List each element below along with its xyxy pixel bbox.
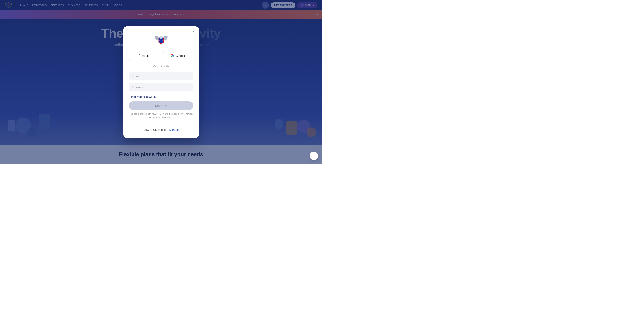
login-modal: × ★★★  bbox=[124, 26, 199, 138]
google-button-label: Google bbox=[176, 54, 185, 57]
apple-button-label: Apple bbox=[142, 54, 149, 57]
google-login-button[interactable]: Google bbox=[162, 51, 193, 60]
apple-login-button[interactable]:  Apple bbox=[129, 51, 160, 60]
recaptcha-notice: This site is protected by reCAPTCHA and … bbox=[129, 112, 193, 119]
svg-point-12 bbox=[313, 156, 314, 156]
chat-widget[interactable] bbox=[310, 152, 318, 160]
password-group bbox=[129, 83, 193, 91]
signup-link[interactable]: Sign up bbox=[169, 128, 179, 131]
divider-text: Or log in with bbox=[153, 65, 169, 68]
svg-point-14 bbox=[314, 156, 315, 156]
email-group bbox=[129, 72, 193, 80]
modal-body:  Apple Google Or log in with bbox=[124, 51, 199, 119]
svg-point-11 bbox=[160, 36, 162, 38]
google-icon bbox=[170, 54, 174, 57]
social-buttons:  Apple Google bbox=[129, 51, 193, 60]
modal-overlay[interactable]: × ★★★  bbox=[0, 0, 322, 164]
divider-line-left bbox=[129, 66, 151, 66]
modal-logo: ★★★ bbox=[124, 26, 199, 51]
login-divider: Or log in with bbox=[129, 65, 193, 68]
email-input[interactable] bbox=[129, 72, 193, 80]
svg-text:★★★: ★★★ bbox=[159, 40, 164, 42]
modal-footer-text: New to US Mobile? Sign up bbox=[143, 128, 179, 131]
forgot-password-link[interactable]: Forgot your password? bbox=[129, 95, 156, 98]
password-input[interactable] bbox=[129, 83, 193, 91]
sign-in-submit-button[interactable]: SIGN IN bbox=[129, 101, 193, 110]
svg-point-13 bbox=[314, 156, 314, 156]
modal-close-button[interactable]: × bbox=[192, 29, 195, 34]
divider-line-right bbox=[171, 66, 193, 66]
modal-footer: New to US Mobile? Sign up bbox=[124, 123, 199, 132]
apple-icon:  bbox=[139, 54, 140, 58]
